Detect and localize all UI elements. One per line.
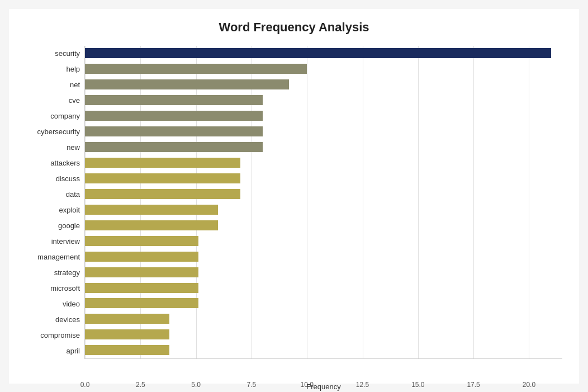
y-label: compromise	[40, 332, 80, 339]
bar-row	[85, 188, 562, 200]
bar	[85, 48, 551, 58]
y-label: company	[50, 112, 80, 120]
bar	[85, 126, 263, 136]
y-label: cybersecurity	[37, 128, 80, 135]
bar-row	[85, 78, 562, 91]
x-tick: 12.5	[356, 381, 369, 389]
bar-row	[85, 297, 562, 309]
bar	[85, 142, 263, 152]
y-label: net	[70, 81, 80, 88]
chart-area: securityhelpnetcvecompanycybersecurityne…	[26, 46, 562, 359]
bar-row	[85, 141, 562, 153]
bar	[85, 95, 263, 105]
bar-row	[85, 219, 562, 232]
bar-row	[85, 157, 562, 169]
bar-row	[85, 313, 562, 325]
bar	[85, 111, 263, 121]
x-tick: 7.5	[247, 381, 257, 389]
bar	[85, 283, 198, 293]
x-tick: 5.0	[191, 381, 201, 389]
bar-row	[85, 282, 562, 294]
y-label: cve	[69, 97, 80, 104]
bar	[85, 173, 240, 183]
x-tick: 15.0	[411, 381, 424, 389]
bar	[85, 220, 218, 230]
bar-row	[85, 63, 562, 75]
x-tick: 0.0	[80, 381, 90, 389]
bar	[85, 189, 240, 199]
bar-row	[85, 110, 562, 122]
bar	[85, 236, 198, 246]
x-tick: 17.5	[467, 381, 480, 389]
bar	[85, 329, 169, 339]
bar-row	[85, 125, 562, 138]
bar-row	[85, 251, 562, 263]
y-label: devices	[55, 316, 80, 323]
bar	[85, 158, 240, 168]
y-label: discuss	[56, 175, 80, 182]
chart-title: Word Frequency Analysis	[26, 20, 562, 35]
y-label: management	[37, 253, 80, 261]
bar-row	[85, 235, 562, 247]
bar	[85, 298, 198, 308]
bar-row	[85, 47, 562, 59]
bar	[85, 79, 289, 89]
y-label: data	[66, 191, 80, 198]
y-label: strategy	[54, 269, 80, 276]
y-label: video	[63, 300, 80, 308]
bar	[85, 267, 198, 277]
y-label: new	[67, 144, 80, 151]
y-label: google	[58, 222, 80, 229]
bar-row	[85, 344, 562, 356]
y-label: april	[66, 347, 80, 355]
y-label: microsoft	[50, 285, 80, 292]
y-axis-labels: securityhelpnetcvecompanycybersecurityne…	[26, 46, 84, 359]
bar-row	[85, 94, 562, 106]
y-label: help	[66, 65, 80, 73]
bar	[85, 314, 169, 324]
bar	[85, 205, 218, 215]
y-label: security	[55, 50, 80, 57]
y-label: attackers	[50, 159, 80, 167]
x-tick: 20.0	[523, 381, 535, 389]
y-label: interview	[51, 238, 80, 245]
x-tick: 2.5	[136, 381, 145, 389]
bar-row	[85, 204, 562, 216]
chart-container: Word Frequency Analysis securityhelpnetc…	[9, 9, 579, 384]
y-label: exploit	[59, 206, 80, 214]
x-axis-label: Frequency	[306, 382, 340, 391]
bar-row	[85, 328, 562, 341]
bar	[85, 252, 198, 262]
bar	[85, 64, 307, 74]
bar-row	[85, 266, 562, 278]
bar	[85, 345, 169, 355]
plot-area: 0.02.55.07.510.012.515.017.520.0 Frequen…	[84, 46, 562, 359]
bar-row	[85, 172, 562, 185]
